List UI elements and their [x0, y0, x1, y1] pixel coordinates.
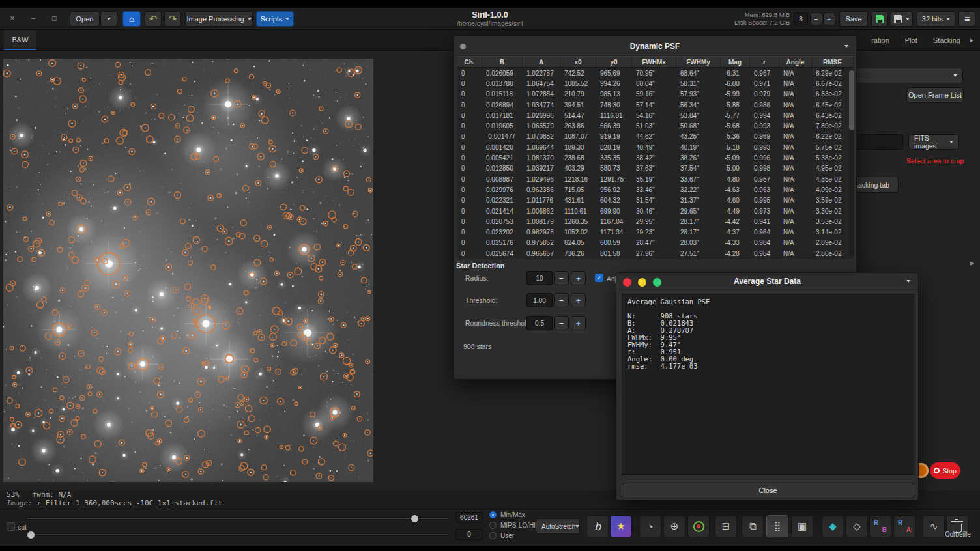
column-header[interactable]: RMSE: [812, 57, 854, 67]
column-header[interactable]: Ch.: [457, 57, 482, 67]
dialog-maximize-button[interactable]: [653, 278, 661, 287]
restore-window-button[interactable]: ▢: [48, 14, 60, 24]
avg-dialog-header[interactable]: Average Star Data: [616, 273, 918, 290]
collapse-chevron-icon[interactable]: [906, 280, 910, 283]
hi-value-input[interactable]: 60261: [455, 512, 483, 523]
table-row[interactable]: 00.0223211.011776431.61604.3231.54"31.37…: [457, 195, 854, 206]
target-button[interactable]: [687, 515, 710, 537]
save-as-dropdown-button[interactable]: [891, 11, 913, 27]
table-row[interactable]: 00.0399760.962386715.05956.9233.46"32.22…: [457, 184, 854, 195]
column-header[interactable]: Mag: [721, 57, 750, 67]
table-row[interactable]: 00.0088871.0294961218.161291.7535.19"33.…: [457, 174, 854, 184]
tab-bw[interactable]: B&W: [4, 30, 36, 50]
threshold-minus-button[interactable]: −: [554, 293, 569, 307]
open-frame-list-button[interactable]: Open Frame List: [906, 87, 964, 103]
minus-box-button[interactable]: ⊟: [715, 515, 737, 537]
tab-stacking[interactable]: Stacking: [933, 36, 960, 44]
grid-dots-button[interactable]: ⣿: [766, 515, 788, 537]
column-header[interactable]: r: [750, 57, 779, 67]
table-scrollbar-thumb[interactable]: [849, 70, 854, 130]
table-row[interactable]: 00.0137801.0647541085.52994.2660.04"58.3…: [457, 78, 854, 89]
close-window-button[interactable]: ×: [7, 14, 18, 24]
cut-checkbox[interactable]: [7, 522, 15, 531]
home-button[interactable]: ⌂: [122, 11, 141, 27]
collapse-chevron-icon[interactable]: [844, 45, 848, 48]
table-row[interactable]: 00.0196051.065579263.86666.3951.03"50.68…: [457, 120, 854, 131]
tab-plot[interactable]: Plot: [905, 36, 917, 44]
table-row[interactable]: 00.0014201.069644189.30828.1940.49"40.19…: [457, 142, 854, 152]
fits-images-combo[interactable]: FITS images: [908, 134, 959, 150]
column-header[interactable]: FWHMy: [676, 57, 721, 67]
mode-radio-row[interactable]: User: [489, 531, 514, 539]
autostretch-combo[interactable]: AutoStretch: [536, 518, 580, 534]
roundness-plus-button[interactable]: +: [571, 316, 586, 330]
export-button[interactable]: ⧉: [742, 515, 764, 537]
diamond-outline-button[interactable]: ◇: [846, 515, 868, 537]
table-row[interactable]: 00.0054211.081370238.68335.3538.42"38.26…: [457, 152, 854, 163]
diamond-filled-button[interactable]: ◆: [822, 515, 844, 537]
lo-slider[interactable]: [26, 533, 450, 536]
hamburger-menu-button[interactable]: ≡: [958, 11, 975, 27]
photo-button[interactable]: ▣: [791, 515, 813, 537]
threads-plus-button[interactable]: +: [823, 12, 835, 25]
star-annotation-button[interactable]: ★: [610, 515, 632, 537]
dialog-close-button[interactable]: [623, 278, 631, 287]
threshold-plus-button[interactable]: +: [571, 293, 586, 307]
table-row[interactable]: 00.0260591.022787742.52965.6970.95"68.64…: [457, 68, 854, 78]
table-row[interactable]: 00.0256740.965657736.26801.5827.96"27.51…: [457, 248, 854, 259]
column-header[interactable]: y0: [596, 57, 632, 67]
threads-input[interactable]: 8: [794, 12, 808, 25]
table-scrollbar[interactable]: [849, 69, 854, 257]
tab-ration[interactable]: ration: [871, 36, 889, 44]
table-row[interactable]: 0-0.0014771.0708521087.07919.1944.62"43.…: [457, 132, 854, 142]
open-dropdown-button[interactable]: [100, 11, 117, 27]
tab-scroll-arrow[interactable]: ▸: [970, 36, 973, 44]
rgb-align-button[interactable]: RB: [869, 515, 891, 537]
image-viewport[interactable]: [3, 59, 373, 482]
mode-radio-row[interactable]: MIPS-LO/HI: [489, 521, 536, 529]
hi-slider[interactable]: [26, 517, 450, 520]
bit-depth-combo[interactable]: 32 bits: [917, 11, 955, 27]
radius-minus-button[interactable]: −: [554, 271, 569, 285]
table-row[interactable]: 00.0151181.072884210.79985.1359.16"57.93…: [457, 89, 854, 100]
column-header[interactable]: A: [523, 57, 560, 67]
table-row[interactable]: 00.0207531.0081791260.351167.0429.95"28.…: [457, 216, 854, 227]
save-button[interactable]: Save: [839, 11, 868, 27]
roundness-minus-button[interactable]: −: [554, 316, 569, 330]
save-green-button[interactable]: [871, 11, 888, 27]
table-row[interactable]: 00.0214141.0068621110.61699.9030.46"29.6…: [457, 206, 854, 216]
letter-b-button[interactable]: b: [586, 515, 609, 537]
image-processing-menu[interactable]: Image Processing: [185, 11, 253, 27]
undo-button[interactable]: ↶: [145, 11, 162, 27]
minimize-window-button[interactable]: −: [27, 14, 39, 24]
radius-plus-button[interactable]: +: [571, 271, 586, 285]
panel-expand-arrow[interactable]: ▸: [970, 258, 975, 268]
lo-slider-handle[interactable]: [27, 531, 35, 539]
table-row[interactable]: 00.0268941.034774394.51748.3057.14"56.34…: [457, 100, 854, 110]
close-button[interactable]: Close: [622, 483, 914, 498]
roundness-input[interactable]: 0.5: [526, 316, 553, 330]
threads-minus-button[interactable]: −: [810, 12, 822, 25]
table-row[interactable]: 00.0128501.039217403.29580.7337.63"37.54…: [457, 163, 854, 174]
radius-input[interactable]: 10: [526, 271, 553, 285]
scripts-menu[interactable]: Scripts: [256, 11, 294, 27]
column-header[interactable]: x0: [560, 57, 596, 67]
clock-button[interactable]: ◔: [639, 515, 661, 537]
table-row[interactable]: 00.0232020.9829781052.021171.3429.23"28.…: [457, 227, 854, 237]
table-row[interactable]: 00.0171811.026996514.471116.8154.16"53.8…: [457, 110, 854, 120]
hi-slider-handle[interactable]: [411, 515, 419, 523]
ra-pin-button[interactable]: RA: [893, 515, 915, 537]
column-header[interactable]: Angle: [779, 57, 812, 67]
column-header[interactable]: B: [482, 57, 523, 67]
threshold-input[interactable]: 1.00: [526, 293, 553, 307]
psf-dialog-header[interactable]: Dynamic PSF: [454, 36, 856, 56]
open-button[interactable]: Open: [70, 11, 100, 27]
redo-button[interactable]: ↷: [164, 11, 181, 27]
column-header[interactable]: FWHMx: [632, 57, 676, 67]
dialog-minimize-button[interactable]: [638, 278, 646, 287]
adjust-checkbox[interactable]: ✓: [595, 274, 603, 282]
globe-button[interactable]: ⊕: [663, 515, 685, 537]
stop-button[interactable]: Stop: [930, 462, 960, 479]
mode-radio-row[interactable]: Min/Max: [489, 511, 525, 518]
lo-value-input[interactable]: 0: [455, 529, 483, 540]
